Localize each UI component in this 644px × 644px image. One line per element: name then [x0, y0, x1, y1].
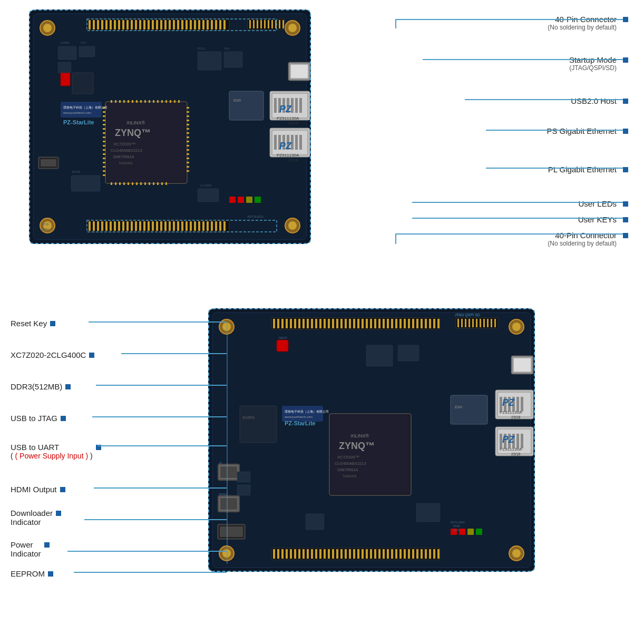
- svg-text:PZ911130A: PZ911130A: [500, 410, 522, 415]
- dot-40pin-top: [623, 17, 628, 22]
- svg-text:璞致电子科技（上海）有限公司: 璞致电子科技（上海）有限公司: [63, 106, 108, 110]
- svg-rect-127: [103, 124, 105, 125]
- svg-rect-106: [170, 100, 171, 103]
- svg-rect-12: [93, 20, 95, 30]
- svg-text:B2JM: B2JM: [72, 170, 80, 173]
- svg-rect-249: [332, 319, 334, 328]
- board-top-pcb: PZ PZ PZ911130A 23/18 PZ911130A 23/18 XI…: [29, 9, 311, 244]
- line-40pin-bottom: [396, 233, 623, 235]
- svg-rect-377: [404, 549, 406, 559]
- svg-rect-380: [416, 549, 418, 559]
- label-reset: Reset Key: [11, 319, 47, 328]
- svg-rect-361: [336, 549, 338, 559]
- svg-rect-102: [153, 100, 154, 103]
- svg-rect-51: [271, 20, 273, 28]
- svg-rect-307: [516, 434, 519, 448]
- svg-rect-151: [187, 153, 189, 155]
- line-startup: [423, 59, 623, 60]
- svg-rect-260: [378, 319, 380, 328]
- svg-rect-133: [103, 149, 105, 151]
- label-40pin-bottom: 40-Pin Connector: [548, 231, 617, 240]
- annotation-reset: Reset Key: [11, 319, 55, 328]
- svg-rect-27: [156, 20, 158, 30]
- svg-rect-17: [114, 20, 116, 30]
- annotation-usb-host: USB2.0 Host: [571, 96, 628, 105]
- svg-rect-272: [429, 319, 431, 328]
- svg-text:XILINX®: XILINX®: [350, 433, 369, 438]
- svg-text:LED2: LED2: [256, 215, 264, 218]
- svg-rect-385: [437, 549, 440, 559]
- dot-reset: [50, 321, 55, 326]
- svg-rect-166: [246, 197, 252, 203]
- svg-rect-327: [240, 406, 277, 443]
- top-section: PZ PZ PZ911130A 23/18 PZ911130A 23/18 XI…: [0, 0, 644, 274]
- svg-rect-262: [387, 319, 389, 328]
- svg-rect-271: [425, 319, 427, 328]
- label-pl-eth: PL Gigabit Ethernet: [548, 165, 617, 174]
- svg-rect-210: [71, 175, 100, 191]
- svg-rect-125: [103, 115, 105, 117]
- svg-rect-132: [103, 145, 105, 147]
- svg-rect-368: [366, 549, 368, 559]
- svg-rect-273: [433, 319, 435, 328]
- svg-rect-279: [469, 319, 470, 327]
- svg-rect-251: [340, 319, 343, 328]
- svg-point-229: [512, 323, 521, 331]
- svg-rect-351: [294, 549, 296, 559]
- svg-rect-247: [324, 319, 326, 328]
- svg-rect-244: [311, 319, 313, 328]
- svg-rect-280: [472, 319, 474, 327]
- svg-rect-281: [476, 319, 477, 327]
- svg-rect-41: [215, 20, 217, 30]
- svg-rect-206: [58, 62, 71, 73]
- svg-rect-352: [298, 549, 300, 559]
- label-user-keys: User KEYs: [578, 215, 617, 224]
- svg-rect-343: [476, 529, 482, 535]
- annotation-ddr3: DDR3(512MB): [11, 382, 71, 391]
- svg-rect-139: [103, 174, 105, 176]
- svg-rect-26: [152, 20, 154, 30]
- svg-rect-186: [160, 221, 162, 231]
- annotation-40pin-top: 40-Pin Connector (No soldering by defaul…: [548, 15, 628, 31]
- svg-rect-254: [353, 319, 355, 328]
- svg-rect-342: [467, 529, 474, 535]
- svg-rect-16: [110, 20, 112, 30]
- svg-rect-336: [220, 498, 237, 510]
- svg-rect-141: [187, 111, 189, 113]
- svg-text:SI20: SI20: [41, 228, 49, 231]
- svg-rect-383: [429, 549, 431, 559]
- svg-text:EMI: EMI: [233, 98, 241, 103]
- svg-rect-118: [149, 182, 150, 185]
- svg-rect-35: [190, 20, 192, 30]
- svg-rect-108: [178, 100, 180, 103]
- svg-rect-382: [425, 549, 427, 559]
- svg-rect-187: [164, 221, 167, 231]
- svg-rect-261: [383, 319, 385, 328]
- svg-rect-31: [173, 20, 175, 30]
- vline-left-connector: [227, 321, 228, 564]
- svg-rect-363: [345, 549, 347, 559]
- line-eeprom: [74, 572, 227, 573]
- svg-rect-241: [298, 319, 300, 328]
- svg-text:KEY2: KEY2: [248, 215, 256, 218]
- svg-rect-274: [437, 319, 440, 328]
- svg-rect-373: [387, 549, 389, 559]
- annotation-user-leds: User LEDs: [578, 199, 628, 208]
- svg-rect-137: [103, 166, 105, 168]
- svg-rect-371: [378, 549, 380, 559]
- dot-user-keys: [623, 217, 628, 222]
- svg-rect-155: [187, 170, 189, 172]
- svg-rect-11: [89, 20, 91, 30]
- svg-rect-266: [404, 319, 406, 328]
- svg-rect-268: [412, 319, 414, 328]
- svg-rect-173: [105, 221, 108, 231]
- svg-rect-278: [465, 319, 466, 327]
- svg-rect-92: [111, 100, 112, 103]
- svg-rect-121: [161, 182, 163, 185]
- svg-text:SI20: SI20: [453, 529, 460, 532]
- svg-rect-185: [156, 221, 158, 231]
- svg-rect-38: [202, 20, 204, 30]
- annotation-user-keys: User KEYs: [578, 215, 628, 224]
- svg-rect-177: [122, 221, 124, 231]
- bottom-section: JTAG QSPI SD: [0, 279, 644, 644]
